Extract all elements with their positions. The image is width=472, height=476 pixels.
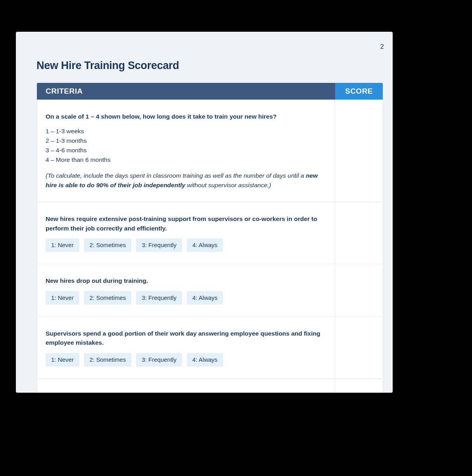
option-always[interactable]: 4: Always [187,353,223,367]
option-row: 1: Never 2: Sometimes 3: Frequently 4: A… [46,353,326,367]
scale-list: 1 – 1-3 weeks 2 – 1-3 months 3 – 4-6 mon… [46,127,326,165]
score-cell[interactable] [335,202,383,264]
header-score: SCORE [335,83,383,100]
question-text: On a scale of 1 – 4 shown below, how lon… [46,112,326,121]
page-title: New Hire Training Scorecard [36,60,179,72]
option-sometimes[interactable]: 2: Sometimes [84,238,132,252]
score-cell[interactable] [335,379,383,393]
option-always[interactable]: 4: Always [187,291,223,305]
option-frequently[interactable]: 3: Frequently [136,353,182,367]
table-header-row: CRITERIA SCORE [37,83,383,100]
score-cell[interactable] [335,317,383,378]
option-sometimes[interactable]: 2: Sometimes [84,291,132,305]
header-criteria: CRITERIA [37,83,335,100]
option-row: 1: Never 2: Sometimes 3: Frequently 4: A… [46,238,326,252]
question-text: Employees struggle to adapt to changes i… [46,391,326,393]
note-suffix: without supervisor assistance.) [187,182,271,188]
table-row: New hires drop out during training. 1: N… [37,264,383,317]
note-prefix: (To calculate, include the days spent in… [46,172,306,179]
question-text: New hires require extensive post-trainin… [46,214,326,233]
option-always[interactable]: 4: Always [187,238,223,252]
criteria-cell: New hires require extensive post-trainin… [37,202,335,264]
option-never[interactable]: 1: Never [46,353,79,367]
table-row: On a scale of 1 – 4 shown below, how lon… [37,100,383,202]
question-text: New hires drop out during training. [46,276,326,285]
table-row: Supervisors spend a good portion of thei… [37,317,383,378]
question-text: Supervisors spend a good portion of thei… [46,329,326,347]
criteria-cell: New hires drop out during training. 1: N… [37,264,335,317]
table-row: Employees struggle to adapt to changes i… [37,378,383,393]
scale-option-3: 3 – 4-6 months [46,146,326,155]
document-page: 2 New Hire Training Scorecard CRITERIA S… [16,32,393,393]
option-row: 1: Never 2: Sometimes 3: Frequently 4: A… [46,291,326,305]
scale-option-2: 2 – 1-3 months [46,136,326,146]
scale-option-1: 1 – 1-3 weeks [46,127,326,136]
option-frequently[interactable]: 3: Frequently [136,238,182,252]
criteria-cell: Employees struggle to adapt to changes i… [37,379,335,393]
criteria-cell: Supervisors spend a good portion of thei… [37,317,335,378]
calculation-note: (To calculate, include the days spent in… [46,171,326,190]
scale-option-4: 4 – More than 6 months [46,155,326,165]
option-never[interactable]: 1: Never [46,291,79,305]
score-cell[interactable] [335,100,383,202]
option-sometimes[interactable]: 2: Sometimes [84,353,132,367]
option-never[interactable]: 1: Never [46,238,79,252]
criteria-cell: On a scale of 1 – 4 shown below, how lon… [37,100,335,202]
page-number: 2 [380,43,384,51]
option-frequently[interactable]: 3: Frequently [136,291,182,305]
scorecard-table: CRITERIA SCORE On a scale of 1 – 4 shown… [36,83,383,393]
table-row: New hires require extensive post-trainin… [37,202,383,264]
score-cell[interactable] [335,264,383,317]
